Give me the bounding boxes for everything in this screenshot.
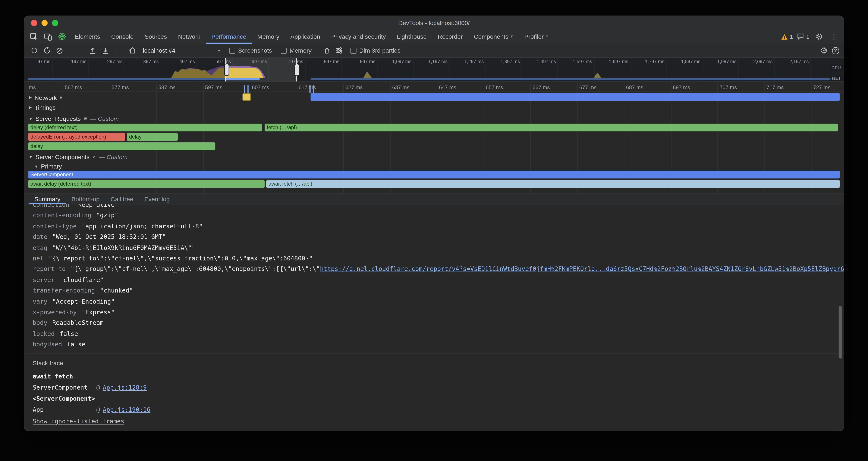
save-profile-icon[interactable] [100, 45, 111, 56]
details-tab-label: Event log [144, 196, 170, 202]
track-event[interactable]: await delay (deferred text) [28, 180, 265, 188]
network-event[interactable] [311, 93, 840, 101]
time-label: 1,597 ms [573, 59, 594, 64]
property-row: x-powered-by"Express" [33, 307, 844, 318]
device-toolbar-icon[interactable] [43, 31, 53, 42]
time-label: 1,797 ms [645, 59, 666, 64]
minimize-window-button[interactable] [41, 20, 48, 26]
history-dropdown[interactable]: localhost #4 ▾ [140, 45, 224, 56]
track-header-network[interactable]: ▶ Network [29, 93, 62, 102]
time-label: 1,197 ms [428, 59, 449, 64]
inspect-element-icon[interactable] [29, 31, 39, 42]
panel-tab[interactable]: Sources [139, 29, 173, 44]
panel-tab[interactable]: Network [173, 29, 206, 44]
clear-icon[interactable] [54, 45, 65, 56]
screenshots-checkbox[interactable]: Screenshots [229, 47, 272, 54]
dim-third-parties-checkbox[interactable]: Dim 3rd parties [350, 47, 400, 54]
flame-chart[interactable]: ms567 ms577 ms587 ms597 ms607 ms617 ms62… [24, 83, 844, 193]
frame-function: ServerComponent [33, 382, 96, 394]
throttling-tune-icon[interactable] [334, 45, 345, 56]
track-header-server-requests[interactable]: ▼ Server Requests ✳ — Custom [29, 114, 119, 123]
toolbar-right-actions: ? [818, 45, 839, 56]
panel-tab-label: Components [474, 33, 508, 40]
track-header-server-components[interactable]: ▼ Server Components ✳ — Custom [29, 152, 127, 161]
network-event[interactable] [242, 93, 251, 101]
track-label: Server Requests [35, 115, 81, 122]
timeline-overview[interactable]: 97 ms197 ms297 ms397 ms497 ms597 ms697 m… [24, 58, 844, 82]
settings-gear-icon[interactable] [814, 31, 824, 42]
details-tab[interactable]: Summary [29, 194, 66, 204]
live-metrics-home-icon[interactable] [127, 45, 137, 56]
ruler-time-label: 707 ms [719, 84, 737, 90]
track-event[interactable]: await fetch (…/api) [266, 180, 840, 188]
property-value: "gzip" [96, 212, 118, 219]
more-options-icon[interactable]: ⋮ [829, 31, 839, 42]
track-label: Timings [35, 104, 56, 111]
details-tab[interactable]: Event log [139, 194, 175, 204]
track-header-timings[interactable]: ▶ Timings [29, 103, 56, 112]
property-row: report-to"{\"group\":\"cf-nel\",\"max_ag… [33, 264, 844, 275]
time-label: 297 ms [107, 59, 124, 64]
stack-frames: await fetch ServerComponent@App.js:128:9… [33, 371, 844, 415]
property-value: "Express" [82, 309, 115, 316]
track-event[interactable]: delay (deferred text) [28, 123, 262, 131]
warnings-counter[interactable]: 1 [781, 34, 793, 40]
track-config-dot-icon[interactable] [60, 96, 62, 98]
panel-tab[interactable]: Elements [69, 29, 106, 44]
property-key: date [33, 233, 48, 241]
property-link[interactable]: https://a.nel.cloudflare.com/report/v4?s… [320, 266, 844, 273]
screenshot-stage: DevTools - localhost:3000/ Elements [0, 0, 868, 461]
details-tab[interactable]: Bottom-up [66, 194, 105, 204]
network-track-row [24, 93, 844, 101]
track-event[interactable]: delay [28, 142, 215, 150]
close-window-button[interactable] [31, 20, 37, 26]
track-event[interactable]: ServerComponent [28, 171, 840, 178]
panel-tab[interactable]: Memory [252, 29, 285, 44]
record-and-reload-icon[interactable] [41, 45, 52, 56]
track-event[interactable]: delay [127, 133, 178, 141]
panel-tab[interactable]: Console [106, 29, 139, 44]
panel-tab[interactable]: Profiler✳ [519, 29, 554, 44]
time-label: 697 ms [252, 59, 269, 64]
zoom-window-button[interactable] [52, 20, 58, 26]
range-marker-left[interactable] [244, 85, 249, 93]
issues-count: 1 [806, 34, 809, 40]
show-ignore-listed-link[interactable]: Show ignore-listed frames [33, 417, 124, 425]
property-key: etag [33, 244, 48, 252]
property-key: nel [33, 255, 44, 262]
memory-checkbox[interactable]: Memory [281, 47, 311, 54]
panel-tab[interactable]: Performance [206, 29, 252, 44]
ruler-time-label: 687 ms [626, 84, 643, 90]
scrollbar-thumb[interactable] [839, 306, 842, 358]
range-marker-right[interactable] [309, 85, 314, 93]
details-tab[interactable]: Call tree [105, 194, 139, 204]
track-group-primary[interactable]: ▼ Primary [34, 162, 62, 171]
ruler-time-label: 587 ms [158, 84, 176, 90]
help-icon[interactable]: ? [832, 47, 839, 54]
performance-toolbar: localhost #4 ▾ Screenshots Memory Dim 3r… [24, 44, 844, 58]
capture-settings-gear-icon[interactable] [818, 45, 829, 56]
load-profile-icon[interactable] [88, 45, 98, 56]
property-row: content-encoding"gzip" [33, 210, 844, 221]
panel-tab[interactable]: Recorder [432, 29, 468, 44]
frame-source-link[interactable]: App.js:190:16 [103, 406, 150, 413]
issues-counter[interactable]: 1 [797, 33, 809, 40]
panel-tab-label: Lighthouse [397, 33, 427, 40]
panel-tab[interactable]: Lighthouse [391, 29, 432, 44]
react-devtools-icon[interactable] [56, 31, 67, 42]
record-icon[interactable] [29, 45, 39, 56]
gc-trash-icon[interactable] [322, 45, 332, 56]
panel-tab-label: Sources [145, 33, 167, 40]
panel-tab[interactable]: Components✳ [468, 29, 519, 44]
ruler-time-label: 567 ms [65, 84, 82, 90]
stack-frame: ServerComponent@App.js:128:9 [33, 382, 844, 394]
stack-frame: await fetch [33, 371, 844, 382]
property-row: vary"Accept-Encoding" [33, 296, 844, 307]
panel-tab[interactable]: Application [285, 29, 326, 44]
frame-source-link[interactable]: App.js:128:9 [103, 384, 147, 391]
track-event[interactable]: fetch (…/api) [265, 123, 838, 131]
summary-pane[interactable]: connection"keep-alive" content-encoding"… [24, 204, 844, 431]
panel-tab[interactable]: Privacy and security [326, 29, 391, 44]
track-event[interactable]: delayedError (…ayed exception) [28, 133, 125, 141]
property-key: content-type [33, 223, 77, 230]
